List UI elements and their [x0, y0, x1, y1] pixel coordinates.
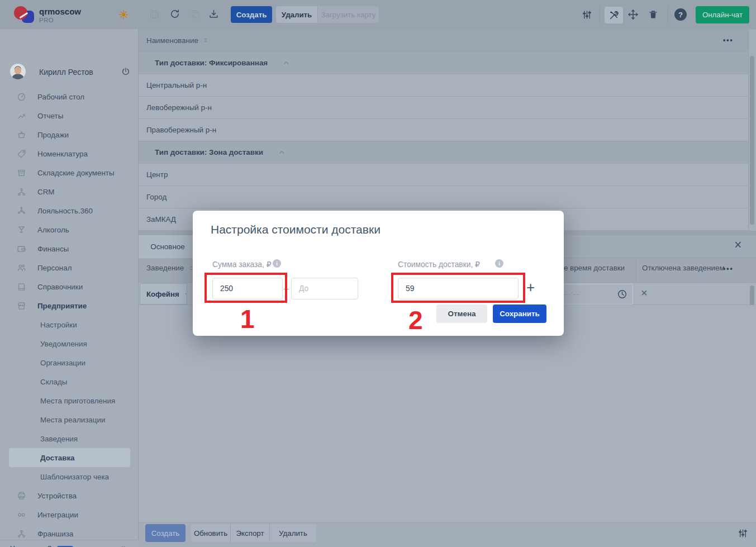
move-icon[interactable]: [627, 9, 639, 20]
sidebar-item-directories[interactable]: Справочники: [0, 277, 139, 296]
storefront-icon: [17, 301, 26, 311]
sidebar-item-alcohol[interactable]: Алкоголь: [0, 220, 139, 239]
sidebar-item-receipt-templater[interactable]: Шаблонизатор чека: [0, 467, 139, 486]
annotation-step-1: 1: [240, 306, 255, 332]
sidebar-item-loyalty[interactable]: Лояльность.360: [0, 201, 139, 220]
printer-icon: [17, 491, 26, 501]
column-name-header: Наименование: [146, 36, 198, 45]
workspace-name: qrmoscow: [39, 7, 81, 16]
filters-icon[interactable]: [582, 9, 592, 20]
user-name: Кирилл Рестов: [39, 68, 93, 77]
warehouse-box-icon: [17, 168, 26, 178]
people-icon: [17, 263, 26, 273]
top-bar: qrmoscow PRO Создать Удалить Загрузить к…: [0, 0, 756, 30]
table-row[interactable]: Центральный р-н: [139, 74, 756, 97]
bottom-create-button: Создать: [145, 524, 186, 542]
disabled-by-venue-clear-icon[interactable]: ×: [641, 287, 648, 299]
create-button[interactable]: Создать: [231, 6, 272, 23]
sales-basket-icon: [17, 130, 26, 140]
sidebar-item-devices[interactable]: Устройства: [0, 486, 139, 505]
sidebar-item-organizations[interactable]: Организации: [0, 353, 139, 372]
sidebar-item-settings[interactable]: Настройки: [0, 315, 139, 334]
bottom-delete-button[interactable]: Удалить: [270, 524, 316, 542]
cocktail-icon: [17, 225, 26, 235]
sidebar-item-notifications[interactable]: Уведомления: [0, 334, 139, 353]
tools-button[interactable]: [605, 7, 623, 23]
sidebar-item-integrations[interactable]: Интеграции: [0, 505, 139, 524]
sidebar-item-crm[interactable]: CRM: [0, 182, 139, 201]
chevron-up-icon[interactable]: [282, 59, 291, 67]
table-row[interactable]: Город: [139, 186, 756, 208]
cancel-button[interactable]: Отмена: [436, 305, 487, 323]
online-chat-button[interactable]: Онлайн-чат: [696, 6, 749, 23]
panel-more-icon[interactable]: •••: [723, 265, 734, 273]
franchise-network-icon: [17, 529, 26, 539]
sidebar-item-warehouses[interactable]: Склады: [0, 372, 139, 391]
order-sum-to-input[interactable]: [291, 278, 358, 299]
save-icon: [149, 9, 160, 20]
table-row[interactable]: Центр: [139, 164, 756, 186]
annotation-step-2: 2: [408, 307, 423, 333]
table-row[interactable]: Левобережный р-н: [139, 97, 756, 119]
crm-network-icon: [17, 187, 26, 197]
annotation-box-1: [205, 273, 287, 303]
bottom-filters-icon[interactable]: [738, 528, 748, 539]
sidebar-item-dashboard[interactable]: Рабочий стол: [0, 87, 139, 106]
whats-new-link[interactable]: Что нового?: [10, 544, 51, 547]
scrollbar-thumb[interactable]: [750, 56, 754, 225]
help-icon[interactable]: ?: [674, 8, 687, 21]
export-button[interactable]: Экспорт: [231, 524, 270, 542]
sidebar-item-staff[interactable]: Персонал: [0, 258, 139, 277]
chevron-up-icon[interactable]: [278, 148, 286, 156]
toolbar-divider-2: [668, 6, 668, 23]
sidebar-item-enterprise[interactable]: Предприятие: [0, 296, 139, 315]
sidebar-item-sales[interactable]: Продажи: [0, 125, 139, 144]
sidebar-item-warehouse-docs[interactable]: Складские документы: [0, 163, 139, 182]
panel-scrollbar-thumb[interactable]: [750, 286, 754, 305]
bottom-button-group: Обновить Экспорт Удалить: [191, 524, 316, 542]
caret-down-icon: [185, 291, 187, 297]
group-row-fixed[interactable]: Тип доставки: Фиксированная: [139, 52, 756, 74]
sort-icon[interactable]: [202, 36, 210, 44]
table-more-icon[interactable]: •••: [723, 36, 734, 44]
wallet-icon: [17, 244, 26, 254]
theme-brightness-icon[interactable]: [118, 9, 129, 20]
tab-general[interactable]: Основное: [139, 235, 197, 258]
loyalty-icon: [17, 206, 26, 216]
top-button-group: Удалить Загрузить карту: [276, 6, 379, 23]
refresh-button[interactable]: Обновить: [191, 524, 231, 542]
dashboard-icon: [17, 92, 26, 102]
table-header-row: Наименование: [139, 29, 756, 52]
sidebar-item-delivery-active[interactable]: Доставка: [0, 448, 139, 467]
collapse-sidebar-icon[interactable]: «: [120, 543, 125, 547]
venue-dropdown[interactable]: Кофейня: [140, 283, 187, 305]
delete-button[interactable]: Удалить: [276, 6, 318, 23]
column-venue-header: Заведение: [146, 264, 195, 272]
refresh-icon[interactable]: [169, 8, 180, 20]
sidebar-item-sale-places[interactable]: Места реализации: [0, 410, 139, 429]
trash-icon[interactable]: [648, 9, 658, 20]
sidebar-item-venues[interactable]: Заведения: [0, 429, 139, 448]
copy-icon: [191, 9, 201, 20]
sidebar-item-nomenclature[interactable]: Номенклатура: [0, 144, 139, 163]
column-disabled-header: Отключена заведением: [642, 264, 725, 272]
logout-power-icon[interactable]: [121, 67, 130, 76]
table-row[interactable]: Правобережный р-н: [139, 119, 756, 141]
modal-title: Настройка стоимости доставки: [211, 223, 381, 236]
clock-icon[interactable]: [617, 289, 627, 299]
sidebar-item-reports[interactable]: Отчеты: [0, 106, 139, 125]
delivery-cost-label: Стоимость доставки, ₽: [398, 260, 480, 269]
order-sum-label: Сумма заказа, ₽: [212, 260, 271, 269]
sidebar-item-prep-places[interactable]: Места приготовления: [0, 391, 139, 410]
tools-icon: [608, 10, 619, 21]
download-icon[interactable]: [208, 9, 219, 20]
group-row-zone[interactable]: Тип доставки: Зона доставки: [139, 141, 756, 164]
sidebar-item-finance[interactable]: Финансы: [0, 239, 139, 258]
panel-close-icon[interactable]: ×: [734, 239, 741, 251]
save-button[interactable]: Сохранить: [493, 305, 546, 323]
info-icon[interactable]: i: [273, 259, 281, 268]
tag-icon: [17, 149, 26, 159]
add-range-icon[interactable]: +: [526, 280, 535, 294]
reports-icon: [17, 111, 26, 121]
info-icon[interactable]: i: [495, 259, 503, 268]
